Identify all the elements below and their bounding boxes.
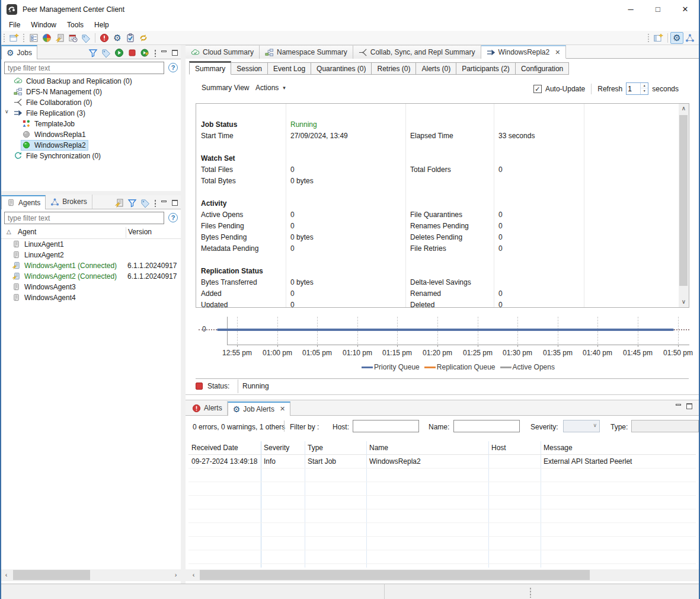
column-header-agent[interactable]: Agent bbox=[18, 228, 36, 236]
tab-brokers[interactable]: Brokers bbox=[46, 195, 92, 209]
actions-dropdown[interactable]: Actions ▾ bbox=[251, 82, 290, 94]
host-filter-input[interactable] bbox=[353, 420, 419, 432]
column-header[interactable]: Received Date bbox=[191, 444, 238, 452]
minimize-view-icon[interactable] bbox=[159, 199, 169, 207]
vertical-sash[interactable] bbox=[181, 45, 186, 584]
agent-row[interactable]: LinuxAgent2 bbox=[1, 250, 181, 260]
pmc-perspective-icon[interactable]: ⚙ bbox=[670, 32, 683, 44]
minimize-view-icon[interactable] bbox=[159, 49, 169, 57]
tree-item-file-synchronization[interactable]: File Synchronization (0) bbox=[1, 151, 181, 161]
tab-job-alerts[interactable]: ⚙ Job Alerts ✕ bbox=[228, 402, 290, 416]
agent-row[interactable]: LinuxAgent1 bbox=[1, 239, 181, 250]
alerts-icon[interactable] bbox=[98, 32, 111, 44]
tab-jobs[interactable]: ⚙ Jobs bbox=[1, 45, 37, 59]
view-menu-icon[interactable] bbox=[154, 199, 156, 207]
scroll-up-icon[interactable]: ∧ bbox=[679, 104, 689, 114]
tasks-clipboard-icon[interactable] bbox=[124, 32, 137, 44]
column-header[interactable]: Severity bbox=[264, 444, 289, 452]
agent-row[interactable]: WindowsAgent4 bbox=[1, 292, 181, 303]
agent-row[interactable]: WindowsAgent3 bbox=[1, 282, 181, 292]
toolbar-grip[interactable] bbox=[647, 33, 650, 43]
sort-asc-icon[interactable]: △ bbox=[7, 228, 11, 235]
summary-vertical-scrollbar[interactable]: ∧ ∨ bbox=[679, 104, 689, 307]
subtab-session[interactable]: Session bbox=[231, 62, 268, 75]
subtab-retries[interactable]: Retries (0) bbox=[372, 62, 416, 75]
tree-item-windowsrepla1[interactable]: WindowsRepla1 bbox=[1, 129, 181, 140]
tree-item-dfsn[interactable]: DFS-N Management (0) bbox=[1, 87, 181, 97]
tree-item-file-replication[interactable]: ∨ File Replication (3) bbox=[1, 108, 181, 119]
tab-agents[interactable]: Agents bbox=[1, 195, 46, 209]
new-job-icon[interactable] bbox=[8, 32, 21, 44]
open-perspective-icon[interactable] bbox=[652, 32, 665, 44]
start-job-icon[interactable] bbox=[113, 47, 125, 59]
toolbar-grip[interactable] bbox=[3, 33, 6, 43]
tab-windowsrepla2[interactable]: WindowsRepla2 ✕ bbox=[481, 45, 567, 59]
scroll-down-icon[interactable]: ∨ bbox=[679, 297, 689, 307]
tab-collab-sync-repl-summary[interactable]: Collab, Sync, and Repl Summary bbox=[353, 45, 481, 59]
column-header[interactable]: Name bbox=[369, 444, 388, 452]
close-tab-icon[interactable]: ✕ bbox=[555, 49, 560, 56]
filter-agents-icon[interactable] bbox=[126, 197, 138, 209]
close-button[interactable]: ✕ bbox=[672, 0, 699, 19]
tree-item-windowsrepla2[interactable]: WindowsRepla2 bbox=[1, 140, 181, 151]
view-menu-icon[interactable] bbox=[154, 49, 156, 57]
refresh-interval-input[interactable] bbox=[628, 84, 641, 94]
status-bar-grip[interactable] bbox=[529, 587, 532, 598]
agent-row[interactable]: WindowsAgent2 (Connected) 6.1.1.20240917 bbox=[1, 271, 181, 282]
topology-perspective-icon[interactable] bbox=[683, 32, 696, 44]
alert-row[interactable]: 09-27-2024 13:49:18 Info Start Job Windo… bbox=[188, 455, 696, 469]
subtab-participants[interactable]: Participants (2) bbox=[456, 62, 516, 75]
column-header[interactable]: Host bbox=[491, 444, 506, 452]
scroll-left-icon[interactable]: ‹ bbox=[1, 569, 11, 581]
spinner-buttons[interactable]: ▲ ▼ bbox=[640, 83, 648, 94]
preferences-gear-icon[interactable]: ⚙ bbox=[111, 32, 124, 44]
agent-activity-icon[interactable] bbox=[53, 32, 66, 44]
subtab-configuration[interactable]: Configuration bbox=[516, 62, 569, 75]
schedule-icon[interactable]: 12 bbox=[66, 32, 79, 44]
scroll-right-icon[interactable]: › bbox=[171, 569, 181, 581]
start-with-options-icon[interactable] bbox=[139, 47, 151, 59]
column-divider[interactable] bbox=[126, 227, 126, 238]
agent-action-icon[interactable] bbox=[113, 197, 125, 209]
toolbar-grip[interactable] bbox=[23, 33, 25, 43]
tab-cloud-summary[interactable]: Cloud Summary bbox=[186, 45, 260, 59]
maximize-button[interactable]: □ bbox=[644, 0, 672, 19]
menu-tools[interactable]: Tools bbox=[62, 20, 89, 30]
menu-window[interactable]: Window bbox=[25, 20, 62, 30]
menu-file[interactable]: File bbox=[4, 20, 25, 30]
spin-up-icon[interactable]: ▲ bbox=[641, 83, 648, 88]
jobs-filter-input[interactable] bbox=[4, 62, 164, 74]
maximize-view-icon[interactable] bbox=[685, 402, 694, 410]
tag-icon[interactable] bbox=[100, 47, 112, 59]
dashboard-pie-icon[interactable] bbox=[40, 32, 53, 44]
left-horizontal-scrollbar[interactable]: ‹ › bbox=[1, 569, 181, 581]
tree-item-cloud-backup[interactable]: Cloud Backup and Replication (0) bbox=[1, 76, 181, 87]
subtab-event-log[interactable]: Event Log bbox=[268, 62, 311, 75]
column-header-version[interactable]: Version bbox=[128, 228, 152, 236]
tab-alerts[interactable]: Alerts bbox=[187, 401, 228, 415]
scrollbar-thumb[interactable] bbox=[13, 570, 90, 580]
tab-namespace-summary[interactable]: Namespace Summary bbox=[260, 45, 353, 59]
stop-job-icon[interactable] bbox=[126, 47, 138, 59]
spin-down-icon[interactable]: ▼ bbox=[641, 88, 648, 94]
refresh-interval-spinner[interactable]: ▲ ▼ bbox=[626, 82, 648, 95]
scrollbar-thumb[interactable] bbox=[200, 570, 590, 580]
refresh-sync-icon[interactable] bbox=[137, 32, 150, 44]
minimize-button[interactable]: ─ bbox=[617, 0, 644, 19]
column-header[interactable]: Type bbox=[308, 444, 323, 452]
auto-update-checkbox[interactable]: ✓ bbox=[533, 85, 542, 93]
help-icon[interactable]: ? bbox=[168, 213, 178, 222]
severity-dropdown[interactable]: ∨ bbox=[563, 420, 600, 432]
scroll-left-icon[interactable]: ‹ bbox=[188, 569, 199, 581]
help-icon[interactable]: ? bbox=[168, 63, 178, 72]
close-tab-icon[interactable]: ✕ bbox=[280, 405, 285, 413]
agent-row[interactable]: WindowsAgent1 (Connected) 6.1.1.20240917 bbox=[1, 260, 181, 271]
name-filter-input[interactable] bbox=[453, 420, 520, 432]
filter-jobs-icon[interactable] bbox=[87, 47, 99, 59]
alerts-horizontal-scrollbar[interactable]: ‹ bbox=[186, 569, 699, 581]
column-header[interactable]: Message bbox=[544, 444, 573, 452]
maximize-view-icon[interactable] bbox=[170, 49, 180, 57]
scrollbar-thumb[interactable] bbox=[679, 115, 688, 286]
tag-icon[interactable] bbox=[139, 197, 151, 209]
type-filter-input[interactable] bbox=[631, 420, 699, 432]
